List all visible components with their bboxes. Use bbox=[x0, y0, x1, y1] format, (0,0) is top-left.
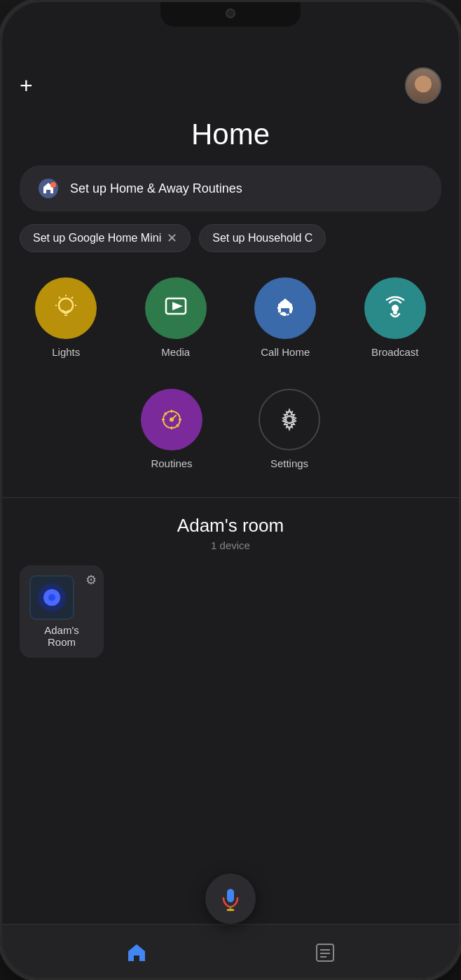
chip-household[interactable]: Set up Household C bbox=[199, 224, 326, 252]
svg-point-24 bbox=[286, 416, 293, 423]
call-home-circle bbox=[254, 277, 316, 339]
room-subtitle: 1 device bbox=[20, 539, 441, 551]
media-icon bbox=[160, 293, 191, 324]
speaker-inner bbox=[43, 589, 60, 606]
svg-line-6 bbox=[71, 297, 73, 298]
call-home-label: Call Home bbox=[261, 346, 310, 358]
settings-circle bbox=[259, 389, 320, 450]
status-bar bbox=[0, 0, 461, 56]
mic-fab[interactable] bbox=[205, 874, 256, 924]
notch bbox=[160, 0, 301, 27]
camera bbox=[226, 8, 235, 18]
home-nav-icon bbox=[125, 941, 148, 964]
chip-label-2: Set up Household C bbox=[212, 232, 312, 244]
lights-label: Lights bbox=[52, 346, 80, 358]
avatar-face bbox=[406, 69, 440, 102]
chip-google-home-mini[interactable]: Set up Google Home Mini ✕ bbox=[20, 224, 191, 252]
main-content: + Home Set up Home & Away Routines bbox=[0, 56, 461, 980]
mic-icon bbox=[218, 886, 243, 911]
call-home-action[interactable]: Call Home bbox=[230, 269, 340, 366]
room-section: Adam's room 1 device ⚙ Adam's Room bbox=[0, 515, 461, 742]
settings-icon bbox=[275, 406, 303, 434]
divider bbox=[0, 497, 461, 498]
chips-row: Set up Google Home Mini ✕ Set up Househo… bbox=[0, 224, 461, 269]
top-bar: + bbox=[0, 56, 461, 109]
lights-action[interactable]: Lights bbox=[11, 269, 121, 366]
device-name: Adam's Room bbox=[29, 624, 94, 648]
lights-circle bbox=[35, 277, 97, 339]
svg-point-2 bbox=[59, 298, 73, 312]
broadcast-icon bbox=[380, 293, 411, 324]
chip-close-icon[interactable]: ✕ bbox=[167, 232, 177, 244]
svg-marker-11 bbox=[172, 302, 183, 310]
speaker-outer bbox=[38, 584, 66, 612]
action-grid: Lights Media bbox=[0, 269, 461, 378]
chip-label-1: Set up Google Home Mini bbox=[33, 232, 161, 244]
page-title: Home bbox=[0, 109, 461, 165]
avatar[interactable] bbox=[405, 67, 441, 104]
screen: + Home Set up Home & Away Routines bbox=[0, 0, 461, 980]
routine-banner[interactable]: Set up Home & Away Routines bbox=[20, 165, 441, 212]
media-action[interactable]: Media bbox=[121, 269, 231, 366]
media-circle bbox=[145, 277, 207, 339]
nav-home[interactable] bbox=[116, 932, 158, 974]
broadcast-circle bbox=[364, 277, 426, 339]
device-gear-icon[interactable]: ⚙ bbox=[85, 572, 97, 588]
routine-text: Set up Home & Away Routines bbox=[70, 181, 242, 196]
device-card[interactable]: ⚙ Adam's Room bbox=[20, 565, 104, 658]
settings-action[interactable]: Settings bbox=[230, 380, 348, 478]
svg-line-7 bbox=[59, 297, 60, 298]
broadcast-label: Broadcast bbox=[371, 346, 419, 358]
home-away-icon bbox=[36, 177, 60, 200]
media-label: Media bbox=[161, 346, 190, 358]
room-title: Adam's room bbox=[20, 515, 441, 537]
add-button[interactable]: + bbox=[20, 74, 33, 97]
broadcast-action[interactable]: Broadcast bbox=[340, 269, 450, 366]
svg-point-1 bbox=[50, 182, 56, 188]
call-home-icon bbox=[270, 293, 301, 324]
nav-list[interactable] bbox=[304, 932, 346, 974]
device-icon bbox=[29, 575, 74, 620]
routines-action[interactable]: Routines bbox=[113, 380, 230, 478]
lights-icon bbox=[50, 293, 81, 324]
routines-icon bbox=[156, 404, 187, 435]
routines-label: Routines bbox=[151, 457, 192, 469]
settings-label: Settings bbox=[270, 457, 308, 469]
speaker-center bbox=[48, 594, 55, 601]
phone-frame: + Home Set up Home & Away Routines bbox=[0, 0, 461, 980]
routines-circle bbox=[141, 389, 202, 450]
list-nav-icon bbox=[314, 941, 336, 964]
bottom-nav bbox=[0, 924, 461, 980]
svg-point-15 bbox=[393, 310, 397, 315]
action-grid-2: Routines Settings bbox=[0, 378, 461, 492]
